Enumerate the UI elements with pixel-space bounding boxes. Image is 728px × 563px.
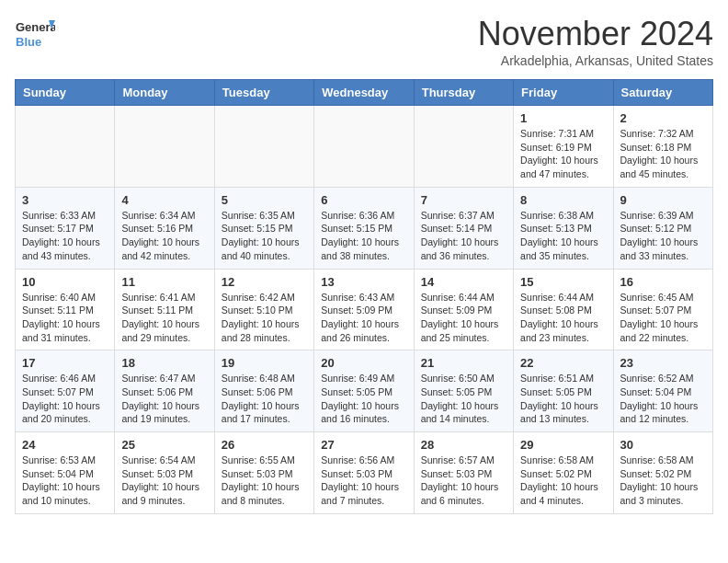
- calendar-cell: [414, 106, 513, 188]
- calendar-cell: 17Sunrise: 6:46 AM Sunset: 5:07 PM Dayli…: [16, 350, 115, 432]
- day-info: Sunrise: 6:58 AM Sunset: 5:02 PM Dayligh…: [620, 454, 706, 508]
- day-number: 14: [421, 275, 506, 289]
- calendar-cell: 20Sunrise: 6:49 AM Sunset: 5:05 PM Dayli…: [314, 350, 414, 432]
- calendar-cell: 22Sunrise: 6:51 AM Sunset: 5:05 PM Dayli…: [514, 350, 613, 432]
- calendar-cell: 26Sunrise: 6:55 AM Sunset: 5:03 PM Dayli…: [214, 432, 313, 514]
- day-number: 12: [222, 275, 307, 289]
- day-number: 23: [620, 356, 706, 370]
- day-info: Sunrise: 6:55 AM Sunset: 5:03 PM Dayligh…: [222, 454, 307, 508]
- day-info: Sunrise: 6:37 AM Sunset: 5:14 PM Dayligh…: [421, 209, 506, 263]
- day-info: Sunrise: 6:54 AM Sunset: 5:03 PM Dayligh…: [121, 454, 207, 508]
- day-number: 5: [222, 193, 307, 207]
- calendar-cell: 6Sunrise: 6:36 AM Sunset: 5:15 PM Daylig…: [314, 187, 414, 269]
- month-title: November 2024: [478, 15, 713, 53]
- day-number: 16: [620, 275, 706, 289]
- calendar-cell: [214, 106, 313, 188]
- day-number: 19: [222, 356, 307, 370]
- day-number: 29: [520, 438, 606, 452]
- calendar-cell: 11Sunrise: 6:41 AM Sunset: 5:11 PM Dayli…: [115, 269, 214, 350]
- day-info: Sunrise: 6:44 AM Sunset: 5:09 PM Dayligh…: [421, 291, 506, 345]
- day-number: 9: [620, 193, 706, 207]
- header-monday: Monday: [115, 80, 214, 106]
- day-info: Sunrise: 6:40 AM Sunset: 5:11 PM Dayligh…: [22, 291, 108, 345]
- calendar-cell: 13Sunrise: 6:43 AM Sunset: 5:09 PM Dayli…: [314, 269, 414, 350]
- day-info: Sunrise: 6:51 AM Sunset: 5:05 PM Dayligh…: [520, 372, 606, 426]
- header-sunday: Sunday: [16, 80, 115, 106]
- day-info: Sunrise: 6:35 AM Sunset: 5:15 PM Dayligh…: [222, 209, 307, 263]
- day-info: Sunrise: 6:57 AM Sunset: 5:03 PM Dayligh…: [421, 454, 506, 508]
- day-number: 7: [421, 193, 506, 207]
- day-info: Sunrise: 6:43 AM Sunset: 5:09 PM Dayligh…: [321, 291, 406, 345]
- calendar-cell: 16Sunrise: 6:45 AM Sunset: 5:07 PM Dayli…: [613, 269, 712, 350]
- calendar-cell: 24Sunrise: 6:53 AM Sunset: 5:04 PM Dayli…: [16, 432, 115, 514]
- day-info: Sunrise: 6:41 AM Sunset: 5:11 PM Dayligh…: [121, 291, 207, 345]
- day-info: Sunrise: 6:34 AM Sunset: 5:16 PM Dayligh…: [121, 209, 207, 263]
- calendar-cell: [314, 106, 414, 188]
- svg-text:Blue: Blue: [16, 35, 41, 49]
- day-number: 21: [421, 356, 506, 370]
- logo: General Blue: [15, 15, 55, 55]
- logo-svg: General Blue: [15, 15, 55, 55]
- location: Arkadelphia, Arkansas, United States: [478, 53, 713, 68]
- day-info: Sunrise: 6:38 AM Sunset: 5:13 PM Dayligh…: [520, 209, 606, 263]
- calendar-header-row: SundayMondayTuesdayWednesdayThursdayFrid…: [16, 80, 713, 106]
- day-number: 30: [620, 438, 706, 452]
- day-info: Sunrise: 6:39 AM Sunset: 5:12 PM Dayligh…: [620, 209, 706, 263]
- day-number: 18: [121, 356, 207, 370]
- day-number: 25: [121, 438, 207, 452]
- day-info: Sunrise: 6:48 AM Sunset: 5:06 PM Dayligh…: [222, 372, 307, 426]
- calendar-cell: 29Sunrise: 6:58 AM Sunset: 5:02 PM Dayli…: [514, 432, 613, 514]
- calendar-week-4: 17Sunrise: 6:46 AM Sunset: 5:07 PM Dayli…: [16, 350, 713, 432]
- calendar-week-3: 10Sunrise: 6:40 AM Sunset: 5:11 PM Dayli…: [16, 269, 713, 350]
- day-number: 13: [321, 275, 406, 289]
- title-block: November 2024 Arkadelphia, Arkansas, Uni…: [478, 15, 713, 68]
- calendar-cell: 1Sunrise: 7:31 AM Sunset: 6:19 PM Daylig…: [514, 106, 613, 188]
- calendar-cell: 18Sunrise: 6:47 AM Sunset: 5:06 PM Dayli…: [115, 350, 214, 432]
- calendar-cell: 4Sunrise: 6:34 AM Sunset: 5:16 PM Daylig…: [115, 187, 214, 269]
- day-number: 26: [222, 438, 307, 452]
- calendar-cell: 2Sunrise: 7:32 AM Sunset: 6:18 PM Daylig…: [613, 106, 712, 188]
- day-number: 10: [22, 275, 108, 289]
- header-saturday: Saturday: [613, 80, 712, 106]
- day-info: Sunrise: 6:50 AM Sunset: 5:05 PM Dayligh…: [421, 372, 506, 426]
- day-info: Sunrise: 6:44 AM Sunset: 5:08 PM Dayligh…: [520, 291, 606, 345]
- calendar-week-1: 1Sunrise: 7:31 AM Sunset: 6:19 PM Daylig…: [16, 106, 713, 188]
- day-info: Sunrise: 6:45 AM Sunset: 5:07 PM Dayligh…: [620, 291, 706, 345]
- day-number: 2: [620, 111, 706, 125]
- calendar-cell: 7Sunrise: 6:37 AM Sunset: 5:14 PM Daylig…: [414, 187, 513, 269]
- day-info: Sunrise: 6:56 AM Sunset: 5:03 PM Dayligh…: [321, 454, 406, 508]
- calendar-cell: 19Sunrise: 6:48 AM Sunset: 5:06 PM Dayli…: [214, 350, 313, 432]
- header-tuesday: Tuesday: [214, 80, 313, 106]
- calendar-cell: 21Sunrise: 6:50 AM Sunset: 5:05 PM Dayli…: [414, 350, 513, 432]
- calendar-cell: 14Sunrise: 6:44 AM Sunset: 5:09 PM Dayli…: [414, 269, 513, 350]
- calendar-cell: 27Sunrise: 6:56 AM Sunset: 5:03 PM Dayli…: [314, 432, 414, 514]
- calendar-cell: 23Sunrise: 6:52 AM Sunset: 5:04 PM Dayli…: [613, 350, 712, 432]
- day-number: 27: [321, 438, 406, 452]
- svg-text:General: General: [16, 20, 55, 34]
- header-thursday: Thursday: [414, 80, 513, 106]
- calendar-table: SundayMondayTuesdayWednesdayThursdayFrid…: [15, 79, 713, 514]
- calendar-cell: 3Sunrise: 6:33 AM Sunset: 5:17 PM Daylig…: [16, 187, 115, 269]
- calendar-cell: [115, 106, 214, 188]
- day-info: Sunrise: 6:42 AM Sunset: 5:10 PM Dayligh…: [222, 291, 307, 345]
- day-number: 1: [520, 111, 606, 125]
- calendar-cell: 28Sunrise: 6:57 AM Sunset: 5:03 PM Dayli…: [414, 432, 513, 514]
- calendar-cell: 15Sunrise: 6:44 AM Sunset: 5:08 PM Dayli…: [514, 269, 613, 350]
- calendar-cell: 25Sunrise: 6:54 AM Sunset: 5:03 PM Dayli…: [115, 432, 214, 514]
- page-header: General Blue November 2024 Arkadelphia, …: [15, 15, 713, 68]
- day-info: Sunrise: 6:58 AM Sunset: 5:02 PM Dayligh…: [520, 454, 606, 508]
- day-info: Sunrise: 6:52 AM Sunset: 5:04 PM Dayligh…: [620, 372, 706, 426]
- day-info: Sunrise: 6:49 AM Sunset: 5:05 PM Dayligh…: [321, 372, 406, 426]
- day-number: 11: [121, 275, 207, 289]
- day-number: 24: [22, 438, 108, 452]
- day-number: 28: [421, 438, 506, 452]
- day-info: Sunrise: 6:53 AM Sunset: 5:04 PM Dayligh…: [22, 454, 108, 508]
- calendar-week-5: 24Sunrise: 6:53 AM Sunset: 5:04 PM Dayli…: [16, 432, 713, 514]
- calendar-cell: [16, 106, 115, 188]
- calendar-cell: 5Sunrise: 6:35 AM Sunset: 5:15 PM Daylig…: [214, 187, 313, 269]
- day-info: Sunrise: 6:46 AM Sunset: 5:07 PM Dayligh…: [22, 372, 108, 426]
- calendar-cell: 10Sunrise: 6:40 AM Sunset: 5:11 PM Dayli…: [16, 269, 115, 350]
- header-wednesday: Wednesday: [314, 80, 414, 106]
- day-number: 8: [520, 193, 606, 207]
- day-number: 4: [121, 193, 207, 207]
